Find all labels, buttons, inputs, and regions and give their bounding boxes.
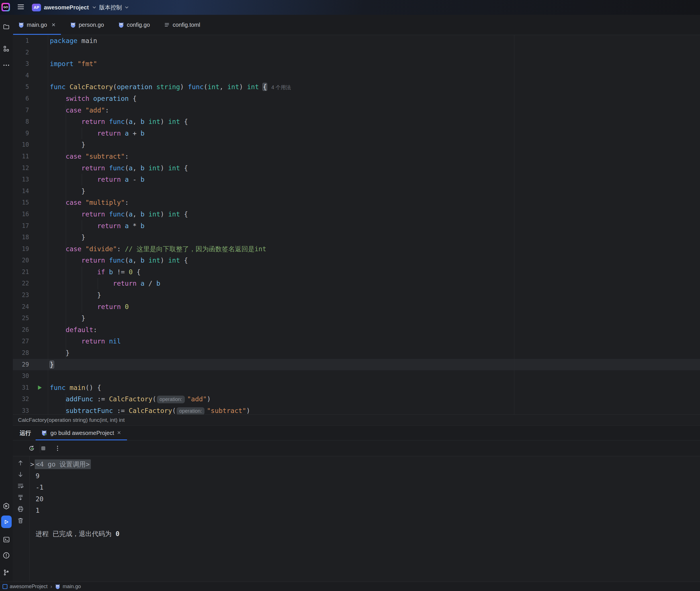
sidebar-item-structure[interactable]	[2, 45, 10, 53]
sidebar-item-problems[interactable]	[2, 551, 10, 560]
go-gopher-icon	[18, 22, 24, 28]
token-pl	[50, 337, 81, 345]
token-kw2: return	[113, 280, 137, 287]
editor-line: 33 subtractFunc := CalcFactory(operation…	[13, 405, 700, 414]
code-text: }	[50, 139, 85, 151]
token-kw2: default	[66, 326, 93, 333]
token-str: "add"	[187, 395, 207, 403]
usages-hint[interactable]: 4 个用法	[271, 84, 291, 90]
sidebar-item-terminal[interactable]	[2, 535, 10, 543]
token-var: a	[129, 165, 133, 172]
go-gopher-icon	[118, 22, 124, 28]
token-pl	[144, 257, 148, 264]
tab-person.go[interactable]: person.go	[65, 15, 109, 35]
sidebar-item-project[interactable]	[2, 23, 10, 31]
token-pl	[50, 130, 97, 137]
token-pl: ,	[133, 210, 141, 218]
token-str: "fmt"	[77, 60, 97, 67]
editor-line: 22 return a / b	[13, 278, 700, 289]
token-kw2: return	[81, 165, 105, 172]
token-pl	[105, 165, 109, 172]
gutter-slot	[29, 255, 50, 266]
console-output-line: -1	[30, 482, 700, 493]
sidebar-item-services[interactable]	[2, 502, 10, 510]
line-number: 15	[13, 197, 29, 208]
line-number: 16	[13, 208, 29, 220]
tab-label: config.toml	[172, 22, 200, 28]
editor-line: 1package main	[13, 35, 700, 47]
gutter-slot	[29, 81, 50, 93]
editor-line: 6 switch operation {	[13, 93, 700, 105]
console-output: ><4 go 设置调用>9-1201进程 已完成，退出代码为 0	[30, 459, 700, 539]
run-config-tab[interactable]: go build awesomeProject	[36, 425, 127, 440]
breadcrumb-chevron-icon: ›	[51, 584, 52, 590]
tab-config.go[interactable]: config.go	[113, 15, 155, 35]
sidebar-item-run[interactable]	[1, 516, 12, 528]
token-typ: int	[148, 165, 160, 172]
code-editor[interactable]: 1package main23import "fmt"45func CalcFa…	[13, 35, 700, 414]
stop-button[interactable]	[40, 445, 47, 452]
token-pl: )	[207, 395, 211, 403]
code-text: return nil	[50, 335, 121, 347]
token-pl: )	[160, 257, 168, 264]
token-pl	[137, 280, 141, 287]
token-typ: int	[168, 118, 180, 125]
breadcrumb-file[interactable]: main.go	[63, 584, 81, 590]
token-pl	[50, 210, 81, 218]
scroll-to-end-button[interactable]	[17, 494, 24, 501]
gutter-separator	[48, 35, 48, 414]
token-typ: string	[156, 83, 180, 90]
arrow-down-button[interactable]	[17, 471, 24, 478]
more-button[interactable]	[54, 445, 61, 452]
editor-line: 31func main() {	[13, 382, 700, 394]
token-typ: int	[227, 83, 239, 90]
goland-logo-icon[interactable]: GO	[1, 3, 10, 11]
token-pl	[50, 280, 113, 287]
line-number: 33	[13, 405, 29, 414]
tab-config.toml[interactable]: config.toml	[159, 15, 205, 35]
close-icon[interactable]	[117, 430, 121, 436]
print-button[interactable]	[17, 505, 24, 513]
editor-line: 21 if b != 0 {	[13, 266, 700, 278]
token-kw: import	[50, 60, 73, 67]
token-var: b	[141, 130, 145, 137]
project-selector[interactable]: AP awesomeProject	[32, 2, 97, 12]
code-text: subtractFunc := CalcFactory(operation:"s…	[50, 405, 250, 414]
folded-command[interactable]: <4 go 设置调用>	[35, 459, 91, 469]
token-pl: () {	[85, 384, 101, 391]
gutter-slot	[29, 93, 50, 105]
editor-line: 11 case "subtract":	[13, 151, 700, 162]
tab-main.go[interactable]: main.go	[13, 15, 61, 35]
console-value: 1	[30, 505, 40, 516]
gutter-slot	[29, 58, 50, 70]
sidebar-item-version-control[interactable]	[2, 569, 10, 577]
console[interactable]: ><4 go 设置调用>9-1201进程 已完成，退出代码为 0	[13, 456, 700, 582]
editor-line: 29}	[13, 359, 700, 371]
gutter-slot	[29, 151, 50, 162]
vcs-widget[interactable]: 版本控制	[99, 2, 129, 12]
token-kw: func	[188, 83, 204, 90]
line-number: 11	[13, 151, 29, 162]
token-pl	[50, 199, 66, 206]
code-text: return func(a, b int) int {	[50, 116, 188, 128]
clear-button[interactable]	[17, 517, 24, 524]
breadcrumb-project[interactable]: awesomeProject	[10, 584, 48, 590]
arrow-up-button[interactable]	[17, 459, 24, 466]
run-line-icon[interactable]	[37, 385, 43, 391]
code-text: return func(a, b int) int {	[50, 162, 188, 174]
editor-line: 18 }	[13, 232, 700, 243]
token-pl: (	[125, 118, 129, 125]
sidebar-item-more[interactable]	[2, 61, 10, 69]
main-menu-button[interactable]	[16, 3, 25, 11]
rerun-button[interactable]	[28, 445, 35, 452]
token-pl	[105, 337, 109, 345]
soft-wrap-button[interactable]	[17, 482, 24, 489]
close-icon[interactable]	[51, 22, 56, 27]
editor-line: 27 return nil	[13, 335, 700, 347]
parameter-hint: operation:	[157, 396, 185, 403]
token-str: "subtract"	[85, 153, 125, 160]
token-pl: )	[160, 118, 168, 125]
token-str: "divide"	[85, 245, 117, 253]
token-var: a	[141, 280, 145, 287]
chevron-down-icon	[92, 5, 97, 10]
